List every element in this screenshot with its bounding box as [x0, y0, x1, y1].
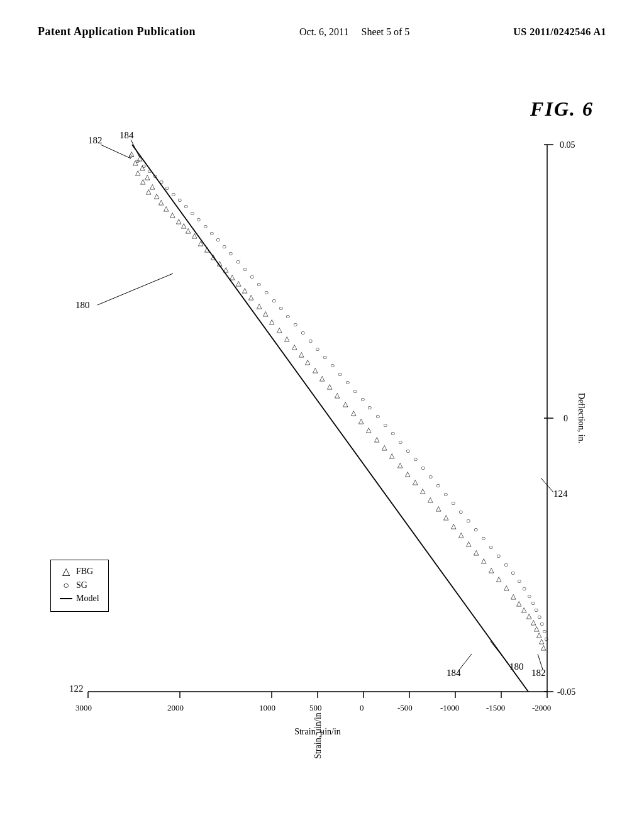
publication-label: Patent Application Publication — [38, 25, 196, 38]
svg-text:0: 0 — [564, 414, 568, 423]
ref-180-bot: 180 — [509, 661, 524, 672]
svg-text:○: ○ — [184, 202, 188, 211]
svg-text:○: ○ — [236, 257, 240, 266]
svg-text:△: △ — [313, 366, 318, 374]
svg-text:△: △ — [186, 226, 191, 234]
svg-text:○: ○ — [436, 481, 440, 490]
svg-text:○: ○ — [177, 196, 182, 204]
svg-text:△: △ — [389, 451, 395, 459]
svg-text:3000: 3000 — [75, 703, 92, 712]
legend-model: Model — [60, 594, 99, 604]
svg-text:○: ○ — [190, 209, 194, 218]
svg-text:○: ○ — [203, 222, 208, 231]
svg-text:△: △ — [466, 540, 472, 547]
svg-text:△: △ — [204, 245, 210, 253]
svg-text:△: △ — [420, 487, 426, 494]
svg-text:△: △ — [541, 643, 547, 651]
svg-text:○: ○ — [315, 345, 319, 353]
svg-text:△: △ — [217, 259, 223, 267]
ref-180-top: 180 — [75, 300, 90, 310]
svg-text:○: ○ — [243, 265, 247, 274]
svg-text:○: ○ — [398, 438, 402, 446]
svg-text:○: ○ — [286, 312, 290, 321]
svg-text:△: △ — [319, 374, 325, 382]
svg-text:○: ○ — [171, 190, 175, 199]
svg-text:○: ○ — [308, 336, 313, 345]
svg-text:○: ○ — [135, 157, 140, 165]
svg-text:△: △ — [269, 318, 275, 325]
svg-text:○: ○ — [406, 446, 410, 455]
svg-text:○: ○ — [544, 634, 548, 643]
svg-text:○: ○ — [522, 584, 526, 593]
svg-text:-2000: -2000 — [532, 703, 551, 712]
svg-text:△: △ — [374, 435, 380, 443]
header: Patent Application Publication Oct. 6, 2… — [0, 25, 644, 38]
svg-text:○: ○ — [391, 429, 395, 438]
svg-line-163 — [101, 145, 131, 158]
svg-text:△: △ — [257, 302, 262, 309]
svg-text:△: △ — [351, 409, 357, 416]
ref-124: 124 — [553, 489, 568, 499]
svg-text:△: △ — [192, 231, 197, 239]
svg-text:○: ○ — [165, 184, 169, 192]
svg-text:○: ○ — [257, 280, 261, 289]
sheet-label: Sheet 5 of 5 — [361, 26, 409, 37]
svg-text:○: ○ — [353, 387, 357, 396]
svg-text:△: △ — [277, 326, 282, 333]
svg-text:△: △ — [474, 548, 479, 556]
svg-text:△: △ — [305, 358, 311, 365]
svg-text:△: △ — [451, 522, 457, 529]
svg-text:○: ○ — [250, 272, 254, 281]
svg-text:△: △ — [496, 575, 502, 582]
svg-line-29 — [132, 145, 528, 692]
legend-fbg: △ FBG — [60, 565, 99, 577]
svg-text:0.05: 0.05 — [560, 140, 575, 150]
svg-text:○: ○ — [159, 177, 164, 186]
svg-text:○: ○ — [153, 172, 157, 180]
svg-text:○: ○ — [330, 361, 335, 370]
svg-text:△: △ — [405, 470, 411, 477]
svg-text:△: △ — [343, 400, 348, 407]
svg-text:△: △ — [146, 187, 152, 195]
svg-text:○: ○ — [481, 534, 486, 543]
svg-text:○: ○ — [222, 242, 226, 251]
date-label: Oct. 6, 2011 — [299, 26, 349, 37]
svg-text:○: ○ — [196, 215, 201, 224]
ref-122: 122 — [69, 683, 84, 694]
svg-text:500: 500 — [309, 703, 322, 712]
svg-text:△: △ — [358, 417, 364, 424]
page: Patent Application Publication Oct. 6, 2… — [0, 0, 644, 830]
svg-text:△: △ — [511, 592, 516, 600]
svg-text:○: ○ — [293, 320, 297, 329]
svg-text:△: △ — [198, 239, 204, 246]
figure-label: FIG. 6 — [530, 97, 594, 121]
svg-text:○: ○ — [142, 162, 146, 170]
svg-text:○: ○ — [458, 507, 463, 516]
svg-text:△: △ — [230, 273, 235, 280]
fbg-label: FBG — [76, 567, 93, 577]
svg-text:-1000: -1000 — [440, 703, 459, 712]
svg-text:○: ○ — [511, 568, 515, 577]
svg-text:△: △ — [263, 309, 269, 317]
svg-text:△: △ — [489, 566, 494, 573]
svg-text:○: ○ — [496, 551, 501, 560]
svg-text:○: ○ — [228, 249, 233, 258]
svg-text:△: △ — [242, 286, 248, 294]
svg-text:△: △ — [428, 495, 433, 503]
svg-text:○: ○ — [375, 412, 380, 421]
svg-text:△: △ — [236, 279, 242, 287]
svg-text:○: ○ — [413, 455, 418, 463]
model-label: Model — [76, 594, 99, 604]
svg-text:△: △ — [248, 293, 254, 301]
svg-text:0: 0 — [360, 703, 364, 712]
svg-text:△: △ — [335, 391, 340, 399]
svg-text:△: △ — [436, 504, 441, 512]
svg-text:△: △ — [397, 461, 403, 468]
svg-text:-1500: -1500 — [486, 703, 505, 712]
svg-text:△: △ — [413, 478, 418, 485]
svg-text:△: △ — [481, 556, 487, 564]
sg-label: SG — [76, 580, 87, 590]
svg-text:○: ○ — [421, 463, 425, 472]
legend: △ FBG ○ SG Model — [50, 560, 109, 612]
svg-text:2000: 2000 — [167, 703, 184, 712]
